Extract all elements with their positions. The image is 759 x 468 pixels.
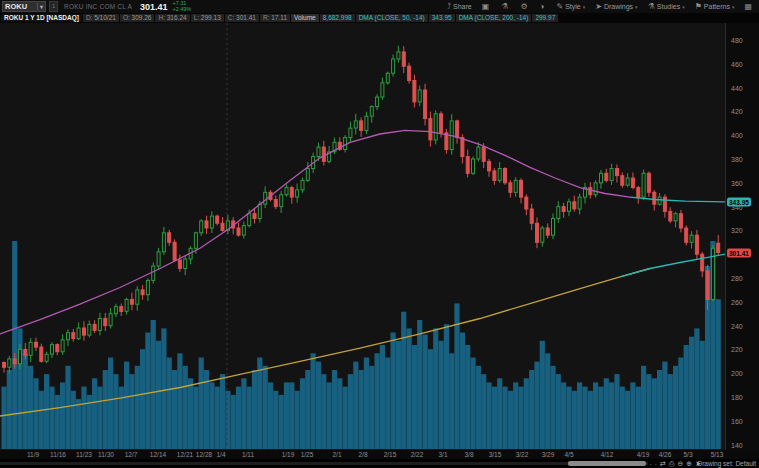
y-axis-label: 320 (731, 227, 743, 234)
drawings-button[interactable]: ➤Drawings▾ (590, 0, 642, 13)
candlestick-chart[interactable] (0, 23, 725, 450)
status-bar: ROKU 1 Y 1D [NASDAQ] D: 5/10/21O: 309.26… (0, 13, 759, 23)
y-axis-label: 260 (731, 298, 743, 305)
x-axis-label: 12/14 (150, 451, 166, 458)
contrast-icon: ◑ (540, 2, 545, 11)
drawings-icon: ➤ (595, 2, 602, 11)
drawing-set-label: Drawing set: Default (697, 460, 756, 467)
volume-value: 8,682,998 (320, 14, 355, 22)
x-axis-label: 1/19 (282, 451, 295, 458)
style-button[interactable]: ✎Style▾ (551, 0, 590, 13)
volume-study-label[interactable]: Volume (291, 14, 319, 22)
x-axis-label: 4/19 (637, 451, 650, 458)
symbol-label: ROKU (5, 2, 27, 11)
y-axis-label: 360 (731, 179, 743, 186)
top-toolbar: ROKU ▾ 1 ROKU INC COM CL A 301.41 +7.31 … (0, 0, 759, 13)
patterns-icon: ⚑ (695, 2, 702, 11)
settings-button[interactable]: ⚙ (515, 0, 534, 13)
y-axis-label: 420 (731, 108, 743, 115)
share-button[interactable]: ⤴Share (442, 0, 477, 13)
x-axis-label: 2/8 (358, 451, 367, 458)
time-scrollbar-thumb[interactable] (568, 461, 646, 466)
grid-button[interactable]: ▦ (739, 0, 759, 13)
study-label[interactable]: DMA (CLOSE, 50, -14) (356, 14, 428, 22)
x-axis-label: 2/15 (384, 451, 397, 458)
x-axis-label: 5/13 (711, 451, 724, 458)
x-axis-label: 3/8 (464, 451, 473, 458)
study-chips: DMA (CLOSE, 50, -14)343.95DMA (CLOSE, 20… (355, 14, 559, 22)
y-axis-label: 280 (731, 275, 743, 282)
x-axis-label: 11/9 (27, 451, 39, 458)
x-axis-label: 2/1 (332, 451, 341, 458)
last-price-bubble: 301.41 (727, 248, 751, 257)
style-icon: ✎ (556, 2, 563, 11)
y-axis-label: 140 (731, 441, 743, 448)
y-axis-label: 200 (731, 370, 743, 377)
ohlc-field: O: 309.26 (120, 14, 155, 22)
dot-icon: ∙ (655, 459, 657, 468)
x-axis-label: 12/28 (196, 451, 212, 458)
camera-icon: ▣ (482, 2, 490, 11)
x-axis-label: 3/22 (516, 451, 529, 458)
contrast-button[interactable]: ◑ (535, 0, 552, 13)
y-axis-label: 240 (731, 322, 743, 329)
studies-icon: ⚗ (648, 2, 655, 11)
study-value: 343.95 (429, 14, 455, 22)
y-axis-label: 460 (731, 60, 743, 67)
share-icon: ⤴ (447, 2, 451, 11)
toolbar-right: ⤴Share▣⚗⚙◑✎Style▾➤Drawings▾⚗Studies▾⚑Pat… (442, 0, 759, 13)
y-axis-label: 440 (731, 84, 743, 91)
chart-nav-icons: ∙∙⇄⎙⊖⊕➤ (650, 459, 704, 468)
price-change: +7.31 +2.49% (172, 1, 191, 12)
x-axis-label: 1/4 (216, 451, 225, 458)
camera-button[interactable]: ▣ (477, 0, 497, 13)
chevron-down-icon: ▾ (37, 3, 43, 10)
y-axis-label: 180 (731, 394, 743, 401)
dot-icon: ∙ (650, 459, 652, 468)
time-axis[interactable]: 11/911/1611/2311/3012/712/1412/2112/281/… (0, 450, 759, 459)
x-axis-label: 4/26 (659, 451, 672, 458)
x-axis-label: 12/7 (125, 451, 138, 458)
x-axis-label: 5/3 (683, 451, 692, 458)
price-chart[interactable] (0, 23, 725, 450)
study-value: 299.97 (532, 14, 558, 22)
x-axis-label: 3/15 (489, 451, 502, 458)
settings-icon: ⚙ (520, 2, 527, 11)
zoom-in-button[interactable]: ⊕ (686, 459, 692, 468)
y-axis-label: 480 (731, 37, 743, 44)
grid-icon: ▦ (744, 2, 752, 11)
beaker-icon: ⚗ (501, 2, 508, 11)
studies-button[interactable]: ⚗Studies▾ (643, 0, 690, 13)
print-button[interactable]: ⎙ (669, 459, 675, 468)
x-axis-label: 11/16 (50, 451, 66, 458)
ohlc-field: H: 316.24 (155, 14, 189, 22)
chevron-down-icon: ▾ (583, 4, 586, 10)
beaker-button[interactable]: ⚗ (496, 0, 515, 13)
x-axis-label: 3/29 (542, 451, 555, 458)
study-label[interactable]: DMA (CLOSE, 200, -14) (456, 14, 532, 22)
bottom-bar: ∙∙⇄⎙⊖⊕➤ Drawing set: Default (0, 459, 759, 468)
price-axis[interactable]: 4804604404204003803603403203002802602402… (725, 23, 759, 450)
x-axis-label: 12/21 (177, 451, 193, 458)
x-axis-label: 4/5 (564, 451, 573, 458)
ohlc-field: R: 17.11 (260, 14, 290, 22)
y-axis-label: 220 (731, 346, 743, 353)
symbol-dropdown[interactable]: ROKU ▾ (2, 1, 46, 12)
ohlc-fields: D: 5/10/21O: 309.26H: 316.24L: 299.13C: … (82, 14, 290, 22)
zoom-out-button[interactable]: ⊖ (677, 459, 683, 468)
chevron-down-icon: ▾ (635, 4, 638, 10)
pan-arrows-button[interactable]: ⇄ (660, 459, 666, 468)
x-axis-label: 1/11 (242, 451, 254, 458)
dma50-price-bubble: 343.95 (727, 197, 751, 206)
patterns-button[interactable]: ⚑Patterns▾ (690, 0, 740, 13)
last-price: 301.41 (140, 2, 168, 12)
chevron-down-icon: ▾ (682, 4, 685, 10)
ohlc-field: L: 299.13 (191, 14, 224, 22)
y-axis-label: 400 (731, 132, 743, 139)
ohlc-field: C: 301.41 (225, 14, 259, 22)
y-axis-label: 380 (731, 156, 743, 163)
chevron-down-icon: ▾ (732, 4, 735, 10)
link-badge[interactable]: 1 (49, 1, 58, 12)
change-percent: +2.49% (172, 7, 191, 13)
time-scrollbar-track[interactable] (0, 462, 648, 465)
